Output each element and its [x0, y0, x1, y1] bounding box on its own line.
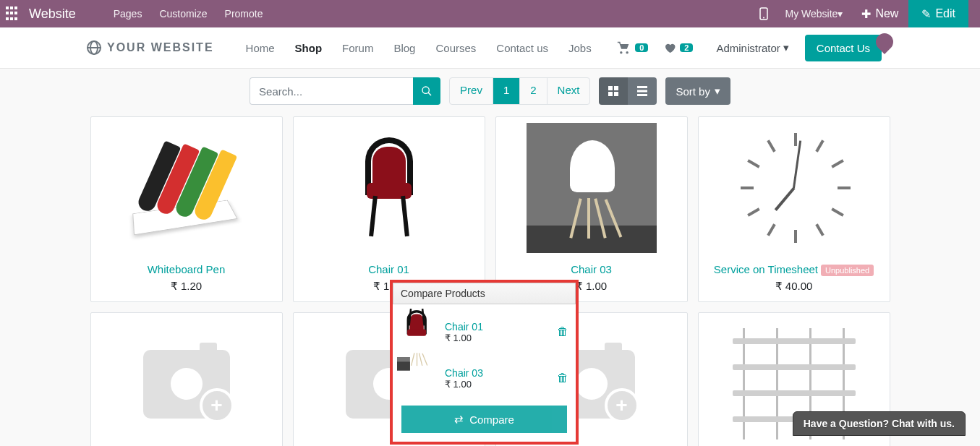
- compare-item-name[interactable]: Chair 01: [445, 321, 483, 333]
- nav-customize[interactable]: Customize: [150, 2, 216, 25]
- cart-icon: [616, 40, 632, 55]
- cart-button[interactable]: 0: [616, 40, 648, 55]
- svg-rect-8: [637, 86, 647, 88]
- product-card[interactable]: Chair 03 ₹ 1.00: [495, 116, 688, 302]
- compare-item-price: ₹ 1.00: [445, 333, 483, 343]
- chevron-down-icon: ▾: [783, 41, 789, 54]
- pager-2[interactable]: 2: [520, 78, 547, 104]
- wishlist-count: 2: [680, 43, 693, 52]
- new-button[interactable]: ✚ New: [851, 0, 908, 27]
- nav-promote[interactable]: Promote: [216, 2, 272, 25]
- nav-jobs[interactable]: Jobs: [558, 36, 602, 60]
- shop-controls: Prev 1 2 Next Sort by ▾: [0, 69, 980, 113]
- svg-rect-7: [614, 92, 618, 96]
- site-header: YOUR WEBSITE Home Shop Forum Blog Course…: [0, 27, 980, 69]
- pagination: Prev 1 2 Next: [449, 77, 590, 105]
- plus-icon: ✚: [861, 7, 871, 21]
- pager-prev[interactable]: Prev: [450, 78, 493, 104]
- edit-button[interactable]: ✎ Edit: [908, 0, 968, 27]
- product-name[interactable]: Service on TimesheetUnpublished: [714, 263, 874, 275]
- compare-body: Chair 01 ₹ 1.00 🗑 Chair 03 ₹ 1.00 🗑 ⇄ Co…: [393, 304, 576, 442]
- grid-icon: [608, 86, 618, 96]
- nav-pages[interactable]: Pages: [105, 2, 151, 25]
- product-name-text: Service on Timesheet: [714, 263, 818, 275]
- topbar: Website Pages Customize Promote My Websi…: [0, 0, 980, 27]
- wishlist-button[interactable]: 2: [662, 41, 693, 54]
- product-image: [699, 117, 890, 259]
- product-name[interactable]: Chair 03: [571, 263, 612, 275]
- product-card[interactable]: Whiteboard Pen ₹ 1.20: [90, 116, 283, 302]
- compare-item: Chair 03 ₹ 1.00 🗑: [397, 355, 571, 401]
- search-box: [250, 77, 440, 105]
- compare-item-name[interactable]: Chair 03: [445, 367, 483, 379]
- admin-dropdown[interactable]: Administrator ▾: [707, 35, 797, 60]
- svg-rect-6: [608, 92, 613, 96]
- list-view-button[interactable]: [628, 77, 657, 105]
- compare-item-price: ₹ 1.00: [445, 379, 483, 390]
- product-price: ₹ 40.00: [775, 280, 813, 293]
- compare-button[interactable]: ⇄ Compare: [401, 406, 567, 433]
- product-price: ₹ 1.00: [576, 280, 607, 293]
- svg-rect-9: [637, 90, 647, 93]
- heart-icon: [662, 41, 677, 54]
- nav-shop[interactable]: Shop: [285, 36, 333, 60]
- svg-rect-5: [614, 86, 618, 90]
- nav-home[interactable]: Home: [236, 36, 285, 60]
- unpublished-badge: Unpublished: [821, 265, 874, 276]
- product-image: [496, 117, 687, 259]
- sort-label: Sort by: [676, 85, 710, 98]
- contact-us-button[interactable]: Contact Us: [805, 35, 882, 61]
- product-name[interactable]: Whiteboard Pen: [148, 263, 226, 275]
- search-input[interactable]: [250, 77, 413, 105]
- apps-icon[interactable]: [6, 7, 20, 21]
- brand-title[interactable]: Website: [29, 7, 76, 22]
- svg-rect-4: [608, 86, 613, 90]
- pager-next[interactable]: Next: [547, 78, 590, 104]
- compare-panel: Compare Products Chair 01 ₹ 1.00 🗑 Chair…: [390, 280, 579, 445]
- product-image: [294, 117, 485, 259]
- edit-label: Edit: [935, 7, 955, 20]
- cart-count: 0: [635, 43, 648, 52]
- sort-dropdown[interactable]: Sort by ▾: [665, 77, 730, 105]
- product-card[interactable]: Chair 01 ₹ 1.00: [293, 116, 485, 302]
- product-price: ₹ 1.20: [171, 280, 202, 293]
- product-card[interactable]: [90, 312, 283, 446]
- pager-1[interactable]: 1: [493, 78, 520, 104]
- svg-rect-10: [637, 94, 647, 96]
- compare-thumb: [397, 312, 438, 352]
- admin-label: Administrator: [716, 42, 780, 54]
- grid-view-button[interactable]: [599, 77, 628, 105]
- compare-title: Compare Products: [393, 283, 576, 304]
- search-button[interactable]: [413, 77, 440, 105]
- pencil-icon: ✎: [921, 7, 931, 21]
- nav-blog[interactable]: Blog: [383, 36, 425, 60]
- nav-forum[interactable]: Forum: [332, 36, 383, 60]
- svg-point-1: [763, 17, 764, 19]
- site-name: YOUR WEBSITE: [107, 41, 214, 54]
- mobile-preview-icon[interactable]: [751, 1, 777, 26]
- product-placeholder: [91, 313, 282, 446]
- new-label: New: [875, 7, 898, 20]
- nav-contact[interactable]: Contact us: [486, 36, 558, 60]
- product-card[interactable]: Service on TimesheetUnpublished ₹ 40.00: [698, 116, 890, 302]
- site-logo[interactable]: YOUR WEBSITE: [87, 40, 214, 55]
- list-icon: [637, 86, 647, 96]
- svg-point-2: [422, 87, 429, 93]
- my-website-dropdown[interactable]: My Website▾: [777, 2, 852, 25]
- chevron-down-icon: ▾: [715, 85, 720, 98]
- chevron-down-icon: ▾: [838, 8, 843, 20]
- trash-icon[interactable]: 🗑: [557, 372, 568, 385]
- my-website-label: My Website: [785, 8, 838, 20]
- view-switch: [599, 77, 657, 105]
- product-image: [91, 117, 282, 259]
- globe-icon: [87, 40, 101, 55]
- svg-line-3: [428, 93, 431, 95]
- nav-courses[interactable]: Courses: [425, 36, 486, 60]
- chat-widget[interactable]: Have a Question? Chat with us.: [793, 411, 966, 436]
- product-name[interactable]: Chair 01: [368, 263, 409, 275]
- compare-button-label: Compare: [469, 413, 514, 426]
- compare-thumb: [397, 358, 438, 398]
- swap-icon: ⇄: [454, 413, 464, 426]
- trash-icon[interactable]: 🗑: [557, 325, 568, 338]
- search-icon: [421, 85, 433, 97]
